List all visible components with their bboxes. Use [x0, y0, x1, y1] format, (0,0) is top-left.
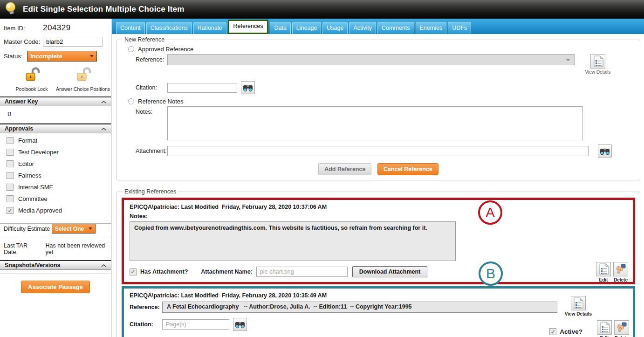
reference-b-citation-search-button[interactable] [233, 318, 247, 331]
approval-row: Format [7, 137, 111, 144]
approval-checkbox-format[interactable] [7, 137, 14, 144]
cancel-reference-button[interactable]: Cancel Reference [377, 163, 438, 175]
tab-usage[interactable]: Usage [322, 22, 348, 34]
status-value: Incomplete [30, 53, 62, 60]
notes-textarea[interactable] [167, 106, 583, 140]
has-attachment-label: Has Attachment? [140, 268, 188, 275]
approval-checkbox-internal-sme[interactable] [7, 184, 14, 191]
difficulty-estimate-select[interactable]: Select One [52, 224, 96, 234]
approval-label: Test Developer [18, 149, 59, 156]
document-list-icon [574, 298, 583, 309]
approval-checkbox-editor[interactable] [7, 160, 14, 167]
approval-label: Editor [18, 160, 34, 167]
reference-a-delete-button[interactable] [613, 262, 628, 276]
reference-notes-radio-label: Reference Notes [138, 98, 184, 105]
answer-key-value: B [0, 106, 111, 124]
thumbs-down-icon [617, 323, 626, 332]
answer-key-panel-header[interactable]: Answer Key [0, 96, 111, 106]
tab-references[interactable]: References [228, 20, 269, 34]
attachment-browse-button[interactable] [598, 144, 612, 158]
approval-label: Media Approved [18, 207, 62, 214]
associate-passage-button[interactable]: Associate Passage [21, 281, 90, 293]
existing-reference-b: EPICQA\patriciac: Last Modified Friday, … [122, 286, 635, 337]
tab-comments[interactable]: Comments [377, 22, 414, 34]
edit-label: Edit [599, 277, 608, 282]
approval-checkbox-media-approved[interactable] [7, 207, 14, 214]
approval-checkbox-test-developer[interactable] [7, 149, 14, 156]
difficulty-estimate-value: Select One [55, 226, 84, 232]
status-select[interactable]: Incomplete [27, 51, 97, 62]
approval-row: Internal SME [7, 184, 111, 191]
tab-activity[interactable]: Activity [349, 22, 376, 34]
approval-label: Committee [18, 195, 48, 202]
view-details-label: View Details [585, 69, 611, 75]
add-reference-button[interactable]: Add Reference [318, 163, 371, 175]
unlocked-padlock-icon [22, 67, 41, 85]
active-label: Active? [560, 328, 582, 335]
approval-row: Fairness [7, 172, 111, 179]
reference-b-reference-label: Reference: [130, 304, 162, 310]
tab-classifications[interactable]: Classifications [146, 22, 192, 34]
chevron-down-icon [90, 55, 94, 57]
approvals-panel-header[interactable]: Approvals [0, 124, 111, 133]
tab-enemies[interactable]: Enemies [416, 22, 447, 34]
chevron-up-icon [101, 98, 106, 105]
tab-rationale[interactable]: Rationale [193, 22, 226, 34]
reference-a-notes-text: Copied from www.ibetyourenotreadingthis.… [130, 221, 456, 261]
notes-label: Notes: [136, 106, 167, 115]
binoculars-icon [243, 85, 253, 91]
approved-reference-radio[interactable] [128, 46, 134, 52]
attachment-input[interactable] [167, 146, 589, 156]
reference-a-edit-button[interactable] [596, 262, 611, 276]
reference-b-reference-value: A Fetal Echocardiography -- Author:Drose… [162, 302, 557, 313]
tab-lineage[interactable]: Lineage [292, 22, 322, 34]
existing-references-section: Existing References EPICQA\patriciac: La… [116, 188, 640, 337]
binoculars-icon [235, 322, 245, 328]
new-reference-section: New Reference Approved Reference Referen… [116, 36, 640, 180]
reference-a-notes-label: Notes: [130, 213, 627, 220]
approval-label: Format [18, 137, 37, 144]
attachment-label: Attachment: [136, 148, 167, 154]
reference-notes-radio[interactable] [128, 98, 134, 104]
tab-udfs[interactable]: UDFs [448, 22, 471, 34]
view-details-label: View Details [565, 311, 592, 316]
tab-strip: ContentClassificationsRationaleReference… [112, 19, 644, 34]
delete-label: Delete [614, 277, 628, 282]
status-label: Status: [4, 53, 30, 60]
has-attachment-checkbox[interactable] [130, 268, 137, 275]
item-id-label: Item ID: [4, 25, 43, 32]
snapshots-versions-header-label: Snapshots/Versions [5, 262, 60, 268]
poolbook-lock-label: Poolbook Lock [16, 86, 48, 92]
reference-dropdown[interactable] [167, 54, 575, 65]
reference-b-modified-header: EPICQA\patriciac: Last Modified Friday, … [130, 290, 627, 299]
existing-references-legend: Existing References [123, 188, 178, 195]
tab-data[interactable]: Data [270, 22, 290, 34]
view-details-button[interactable] [590, 54, 605, 69]
citation-label: Citation: [136, 84, 167, 91]
poolbook-lock-button[interactable]: Poolbook Lock [7, 67, 57, 92]
page-title: Edit Single Selection Multiple Choice It… [23, 5, 185, 14]
tab-content[interactable]: Content [116, 22, 145, 34]
master-code-input[interactable] [43, 37, 103, 47]
download-attachment-button[interactable]: Download Attachment [352, 266, 427, 277]
active-checkbox[interactable] [549, 328, 556, 335]
attachment-name-input[interactable] [256, 267, 348, 277]
last-tar-date-label: Last TAR Date: [4, 242, 39, 255]
citation-input[interactable] [167, 83, 237, 93]
reference-b-edit-button[interactable] [597, 320, 612, 335]
answer-choice-positions-label: Answer Choice Positions [56, 86, 110, 92]
approval-checkbox-fairness[interactable] [7, 172, 14, 179]
approval-label: Internal SME [18, 184, 53, 191]
approval-row: Editor [7, 160, 111, 167]
reference-b-citation-input[interactable] [162, 319, 229, 330]
difficulty-estimate-label: Difficulty Estimate [4, 226, 50, 232]
chevron-up-icon [101, 262, 106, 268]
approval-label: Fairness [18, 172, 41, 179]
snapshots-versions-panel-header[interactable]: Snapshots/Versions [0, 260, 111, 270]
reference-b-view-details-button[interactable] [571, 296, 586, 310]
approval-checkbox-committee[interactable] [7, 195, 14, 202]
approved-reference-radio-label: Approved Reference [138, 46, 193, 53]
reference-b-delete-button[interactable] [614, 320, 629, 335]
answer-choice-positions-button[interactable]: Answer Choice Positions [57, 67, 109, 92]
citation-search-button[interactable] [241, 81, 255, 94]
